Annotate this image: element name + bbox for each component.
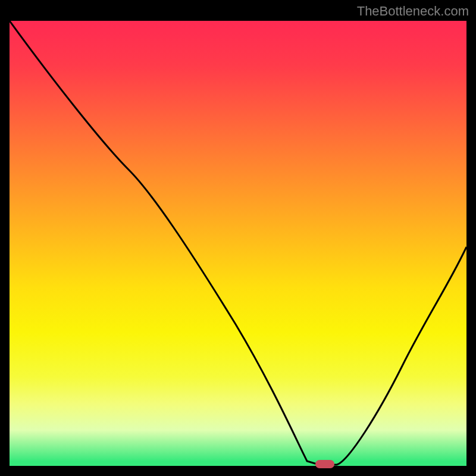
chart-container: TheBottleneck.com — [0, 0, 476, 476]
bottleneck-curve — [10, 21, 466, 466]
optimal-point-marker — [315, 460, 334, 468]
watermark-text: TheBottleneck.com — [357, 4, 469, 19]
curve-path — [10, 21, 466, 465]
